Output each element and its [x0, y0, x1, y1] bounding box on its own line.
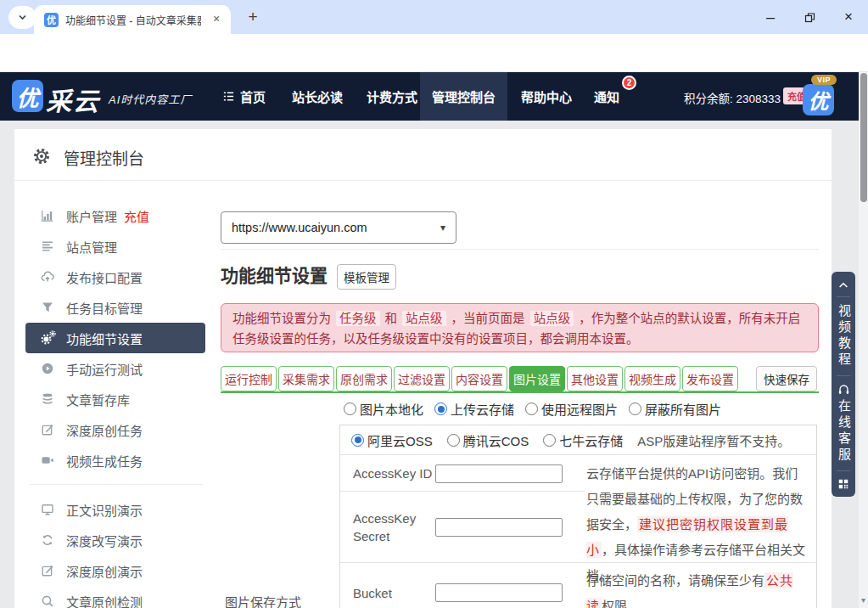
sidebar-item-label: 深度原创演示: [66, 562, 143, 580]
radio-icon: [525, 403, 538, 415]
tab-video-generation[interactable]: 视频生成: [624, 366, 680, 391]
sidebar-recharge-link[interactable]: 充值: [124, 207, 149, 225]
radio-icon: [351, 434, 364, 447]
radio-icon: [543, 434, 556, 447]
sidebar-item-label: 功能细节设置: [66, 329, 143, 347]
page-title: 管理控制台: [64, 146, 144, 169]
sidebar-item-label: 深度原创任务: [66, 421, 143, 439]
sidebar-item-deep-original-demo[interactable]: 深度原创演示: [25, 555, 205, 586]
back-to-top-button[interactable]: [837, 279, 849, 290]
sidebar-item-publish-api-config[interactable]: 发布接口配置: [25, 262, 205, 292]
accesskey-id-row: AccessKey ID: [340, 456, 585, 492]
video-tutorial-link[interactable]: 视频教程: [837, 304, 850, 369]
image-mode-radio-group: 图片本地化 上传云存储 使用远程图片 屏蔽所有图片: [344, 400, 721, 418]
database-icon: [41, 392, 54, 406]
gear-icon: [33, 148, 50, 165]
radio-label: 使用远程图片: [541, 400, 618, 418]
tab-run-control[interactable]: 运行控制: [221, 366, 277, 391]
sidebar-item-label: 文章原创检测: [66, 593, 143, 608]
qr-code-icon[interactable]: [837, 478, 849, 490]
tab-other-settings[interactable]: 其他设置: [567, 366, 623, 391]
sidebar-item-label: 深度改写演示: [66, 532, 143, 549]
online-service-link[interactable]: 在线客服: [837, 399, 850, 464]
sidebar-item-manual-run-test[interactable]: 手动运行测试: [25, 353, 205, 384]
radio-use-remote-images[interactable]: 使用远程图片: [525, 400, 618, 418]
headset-icon: [837, 383, 850, 396]
field-label: AccessKey Secret: [340, 509, 435, 545]
new-tab-button[interactable]: +: [243, 7, 263, 27]
nav-item-home[interactable]: 首页: [210, 72, 277, 121]
site-select[interactable]: https://www.ucaiyun.com ▾: [221, 211, 456, 244]
sidebar-item-deep-rewrite-demo[interactable]: 深度改写演示: [25, 525, 205, 555]
sidebar-item-label: 视频生成任务: [66, 452, 143, 470]
scrollbar-down-arrow[interactable]: ▾: [859, 595, 868, 605]
nav-item-notifications[interactable]: 通知 2: [582, 72, 631, 121]
window-minimize-button[interactable]: –: [752, 0, 789, 34]
tab-close-button[interactable]: ×: [209, 12, 224, 27]
sidebar-item-account-management[interactable]: 账户管理 充值: [25, 200, 205, 231]
points-balance: 积分余额: 2308333: [684, 89, 781, 106]
accesskey-secret-row: AccessKey Secret: [340, 492, 585, 563]
tab-content-settings[interactable]: 内容设置: [451, 366, 507, 391]
accesskey-id-input[interactable]: [435, 464, 563, 483]
sidebar-item-video-generation-task[interactable]: 视频生成任务: [25, 445, 205, 476]
search-icon: [41, 594, 54, 608]
tab-image-settings[interactable]: 图片设置: [509, 366, 565, 391]
radio-image-localize[interactable]: 图片本地化: [344, 400, 423, 418]
sidebar-item-feature-detail-settings[interactable]: 功能细节设置: [25, 323, 205, 353]
tab-collect-requirements[interactable]: 采集需求: [278, 366, 334, 391]
site-select-value: https://www.ucaiyun.com: [232, 221, 367, 234]
cloud-storage-settings-box: 阿里云OSS 腾讯云COS 七牛云存储 ASP版建站程序暂不支持。 Access…: [339, 425, 817, 608]
sidebar-item-task-target-management[interactable]: 任务目标管理: [25, 292, 205, 323]
radio-upload-cloud-storage[interactable]: 上传云存储: [434, 400, 514, 418]
radio-icon: [344, 403, 356, 415]
nav-item-help-center[interactable]: 帮助中心: [509, 72, 584, 121]
radio-tencent-cos[interactable]: 腾讯云COS: [447, 431, 529, 449]
radio-label: 七牛云存储: [559, 431, 623, 449]
nav-item-webmaster-guide[interactable]: 站长必读: [280, 72, 355, 121]
refresh-icon: [41, 533, 54, 547]
radio-icon: [447, 434, 460, 447]
sidebar-item-site-management[interactable]: 站点管理: [25, 231, 205, 262]
bucket-input[interactable]: [435, 583, 563, 602]
radio-label: 腾讯云COS: [463, 431, 529, 449]
site-logo-badge[interactable]: 优: [12, 80, 43, 112]
sidebar-item-article-originality-check[interactable]: 文章原创检测: [25, 586, 205, 608]
tab-filter-settings[interactable]: 过滤设置: [394, 366, 450, 391]
field-label: AccessKey ID: [340, 464, 435, 482]
tab-label: 过滤设置: [398, 370, 445, 387]
radio-label: 图片本地化: [360, 400, 423, 418]
vip-badge: VIP: [811, 75, 837, 85]
accesskey-secret-input[interactable]: [435, 518, 563, 537]
nav-item-billing[interactable]: 计费方式: [355, 72, 429, 121]
tab-publish-settings[interactable]: 发布设置: [682, 366, 738, 391]
bar-chart-icon: [41, 209, 54, 222]
monitor-icon: [41, 503, 54, 516]
nav-item-label: 管理控制台: [432, 87, 496, 105]
browser-tab[interactable]: 优 功能细节设置 - 自动文章采集器 ×: [34, 5, 231, 34]
sidebar-item-body-recognition-demo[interactable]: 正文识别演示: [25, 494, 205, 525]
scrollbar-thumb[interactable]: [860, 73, 867, 202]
radio-block-all-images[interactable]: 屏蔽所有图片: [629, 400, 721, 418]
sidebar-item-deep-original-task[interactable]: 深度原创任务: [25, 414, 205, 445]
browser-tabstrip: 优 功能细节设置 - 自动文章采集器 × + – ×: [0, 0, 868, 34]
tab-original-requirements[interactable]: 原创需求: [336, 366, 392, 391]
sidebar-item-article-staging[interactable]: 文章暂存库: [25, 384, 205, 414]
divider: [221, 249, 819, 250]
tab-search-button[interactable]: [8, 6, 36, 29]
user-avatar[interactable]: 优: [803, 84, 834, 115]
window-restore-button[interactable]: [791, 0, 828, 34]
tab-label: 其他设置: [571, 370, 619, 387]
radio-aliyun-oss[interactable]: 阿里云OSS: [351, 431, 433, 449]
quick-save-button[interactable]: 快速保存: [756, 366, 817, 391]
browser-toolbar: ← → ucaiyun.com/caiji/settings/ ☆ 井 ⋮: [0, 34, 868, 72]
notification-badge: 2: [622, 76, 636, 90]
template-management-button[interactable]: 模板管理: [337, 264, 396, 290]
cloud-upload-icon: [41, 270, 54, 284]
nav-item-admin-console[interactable]: 管理控制台: [420, 72, 507, 121]
tab-label: 内容设置: [456, 370, 503, 387]
window-close-button[interactable]: ×: [830, 0, 867, 34]
page-scrollbar[interactable]: ▾: [859, 72, 868, 608]
radio-qiniu-storage[interactable]: 七牛云存储: [543, 431, 623, 449]
nav-item-label: 站长必读: [292, 87, 343, 105]
